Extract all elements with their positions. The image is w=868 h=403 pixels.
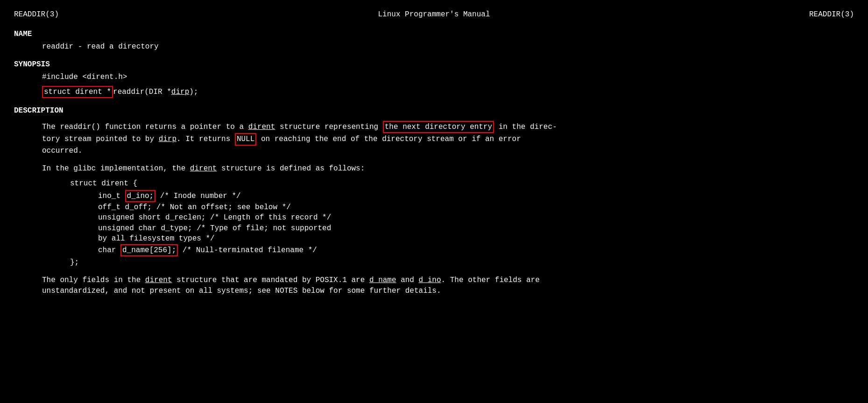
d-ino-link: d_ino — [419, 276, 441, 284]
para3-post1: . The other fields are — [441, 276, 540, 284]
para2-post: structure is defined as follows: — [217, 164, 365, 173]
field-type-comment2: by all filesystem types */ — [98, 234, 215, 243]
struct-field-ino: ino_t d_ino; /* Inode number */ — [98, 190, 854, 202]
para1-dot: . It returns — [176, 135, 235, 143]
field-name-box: d_name[256]; — [120, 244, 178, 256]
struct-field-type: unsigned char d_type; /* Type of file; n… — [98, 223, 854, 244]
para1-pre: The readdir() function returns a pointer… — [42, 123, 248, 131]
prototype-readdir: readdir(DIR *dirp); — [113, 88, 198, 96]
description-para1: The readdir() function returns a pointer… — [42, 121, 854, 156]
dirp-link: dirp — [171, 88, 189, 96]
name-content: readdir - read a directory — [42, 42, 854, 52]
description-para3: The only fields in the dirent structure … — [42, 275, 854, 296]
struct-field-reclen: unsigned short d_reclen; /* Length of th… — [98, 212, 854, 223]
para3-pre: The only fields in the — [42, 276, 145, 284]
struct-end: }; — [70, 257, 854, 268]
para3-final: unstandardized, and not present on all s… — [42, 287, 441, 295]
prototype-boxed: struct dirent * — [42, 86, 113, 98]
name-label: NAME — [14, 29, 854, 39]
field-name-type: char — [98, 246, 120, 255]
d-name-link: d_name — [369, 276, 396, 284]
field-reclen-type: unsigned short d_reclen; /* Length of th… — [98, 213, 331, 222]
struct-header: struct dirent { — [70, 178, 854, 189]
para1-final: on reaching the end of the directory str… — [256, 135, 521, 143]
field-type-type: unsigned char d_type; /* Type of file; n… — [98, 224, 331, 233]
para1-post1: in the direc- — [494, 123, 557, 131]
header-center: Linux Programmer's Manual — [378, 9, 490, 20]
description-label: DESCRIPTION — [14, 106, 854, 116]
struct-field-name: char d_name[256]; /* Null-terminated fil… — [98, 244, 854, 256]
struct-field-off: off_t d_off; /* Not an offset; see below… — [98, 202, 854, 212]
next-directory-entry-box: the next directory entry — [383, 121, 494, 133]
dirent-link1: dirent — [248, 123, 275, 131]
synopsis-include: #include <dirent.h> — [42, 72, 854, 82]
header-left: READDIR(3) — [14, 9, 59, 20]
para3-mid: structure that are mandated by POSIX.1 a… — [172, 276, 369, 284]
field-ino-comment: /* Inode number */ — [155, 192, 240, 200]
dirent-link2: dirent — [190, 164, 217, 173]
para1-mid: structure representing — [275, 123, 382, 131]
field-ino-name-box: d_ino; — [125, 190, 156, 202]
dirp-link2: dirp — [159, 135, 176, 143]
header-right: READDIR(3) — [809, 9, 854, 20]
section-synopsis: SYNOPSIS #include <dirent.h> struct dire… — [14, 59, 854, 98]
synopsis-label: SYNOPSIS — [14, 59, 854, 70]
para1-tory: tory stream pointed to by — [42, 135, 159, 143]
synopsis-prototype: struct dirent *readdir(DIR *dirp); — [42, 86, 854, 98]
para1-occurred: occurred. — [42, 147, 82, 155]
para3-and: and — [396, 276, 419, 284]
section-name: NAME readdir - read a directory — [14, 29, 854, 52]
para2-pre: In the glibc implementation, the — [42, 164, 190, 173]
dirent-link3: dirent — [145, 276, 172, 284]
description-para2: In the glibc implementation, the dirent … — [42, 163, 854, 174]
field-name-comment: /* Null-terminated filename */ — [178, 246, 317, 255]
section-description: DESCRIPTION The readdir() function retur… — [14, 106, 854, 296]
struct-block: struct dirent { ino_t d_ino; /* Inode nu… — [70, 178, 854, 268]
field-off-type: off_t d_off; /* Not an offset; see below… — [98, 203, 291, 212]
field-ino-type: ino_t — [98, 192, 125, 200]
null-box: NULL — [235, 133, 256, 145]
manual-header: READDIR(3) Linux Programmer's Manual REA… — [14, 9, 854, 20]
